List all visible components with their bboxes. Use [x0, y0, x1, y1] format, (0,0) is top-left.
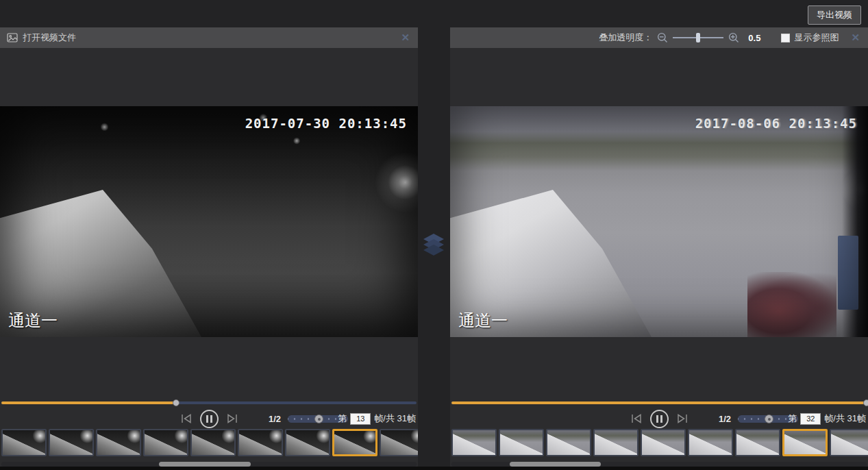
thumbnail[interactable]: [451, 429, 497, 456]
overlay-video-frame[interactable]: 2017-08-06 20:13:45 通道一: [450, 106, 868, 337]
magnifier-minus-icon[interactable]: [657, 32, 668, 43]
left-thumbnail-strip: [1, 429, 418, 459]
playback-progress-bar[interactable]: [451, 401, 867, 404]
frame-number-input[interactable]: [800, 413, 821, 425]
thumbnail[interactable]: [285, 429, 330, 456]
frame-counter: 第 帧/共 31帧: [788, 408, 866, 429]
thumbnail[interactable]: [190, 429, 236, 456]
thumbnail[interactable]: [735, 429, 780, 456]
pause-icon[interactable]: [650, 410, 669, 428]
speed-value-label: 1/2: [269, 414, 281, 424]
thumbnail[interactable]: [546, 429, 591, 456]
progress-fill: [451, 401, 867, 404]
source-video-panel: 打开视频文件 ✕ 2017-07-30 20:13:45 通道一: [0, 27, 418, 467]
show-reference-label[interactable]: 显示参照图: [794, 32, 839, 44]
progress-fill: [1, 401, 176, 404]
layers-icon: [422, 234, 445, 260]
video-timestamp-overlay: 2017-08-06 20:13:45: [695, 116, 857, 131]
progress-handle[interactable]: [173, 399, 179, 406]
show-reference-checkbox[interactable]: [781, 34, 790, 42]
thumbnail[interactable]: [593, 429, 638, 456]
frame-number-input[interactable]: [350, 413, 371, 425]
export-video-button[interactable]: 导出视频: [808, 5, 861, 25]
transport-controls: [630, 408, 689, 429]
thumbnail-selected[interactable]: [782, 429, 828, 456]
right-panel-header: 叠加透明度： 0.5 显示参照图 ✕: [450, 27, 868, 48]
thumbnail[interactable]: [238, 429, 283, 456]
open-video-file-label[interactable]: 打开视频文件: [23, 32, 76, 44]
magnifier-plus-icon[interactable]: [728, 32, 739, 43]
left-playback-controls: 1/2 第 帧/共 31帧: [0, 408, 418, 429]
step-forward-icon[interactable]: [675, 413, 689, 424]
close-icon[interactable]: ✕: [850, 32, 861, 44]
overlay-video-panel: 叠加透明度： 0.5 显示参照图 ✕ 2017-08-06 20:13:45 通…: [450, 27, 868, 467]
speed-slider-handle[interactable]: [314, 415, 323, 423]
opacity-value: 0.5: [748, 33, 760, 43]
scrollbar-thumb[interactable]: [510, 462, 601, 467]
close-icon[interactable]: ✕: [399, 32, 411, 44]
channel-name-overlay: 通道一: [8, 310, 58, 332]
thumbnail[interactable]: [830, 429, 868, 456]
thumbnail[interactable]: [49, 429, 94, 456]
image-icon: [7, 32, 18, 43]
thumbnail[interactable]: [688, 429, 733, 456]
frame-prefix-label: 第: [338, 412, 347, 425]
scene-motorcycle-shape: [747, 272, 836, 337]
progress-handle[interactable]: [863, 399, 868, 406]
scene-tarp-shape: [838, 236, 858, 310]
frame-total-label: 帧/共 31帧: [824, 412, 866, 425]
thumbnail[interactable]: [143, 429, 188, 456]
right-playback-controls: 1/2 第 帧/共 31帧: [450, 408, 868, 429]
playback-progress-bar[interactable]: [1, 401, 417, 404]
speed-slider-handle[interactable]: [765, 415, 773, 423]
window-bottom-edge: [0, 467, 868, 470]
thumbnail[interactable]: [1, 429, 47, 456]
thumbnail-selected[interactable]: [332, 429, 377, 456]
scrollbar-thumb[interactable]: [159, 462, 250, 467]
thumbnail[interactable]: [380, 429, 418, 456]
thumbnail-scrollbar[interactable]: [1, 462, 417, 467]
video-timestamp-overlay: 2017-07-30 20:13:45: [245, 116, 407, 131]
channel-name-overlay: 通道一: [458, 310, 508, 332]
right-thumbnail-strip: [451, 429, 868, 459]
thumbnail[interactable]: [96, 429, 141, 456]
speed-control: 1/2: [719, 408, 798, 429]
opacity-slider[interactable]: [673, 33, 723, 42]
source-video-frame[interactable]: 2017-07-30 20:13:45 通道一: [0, 106, 418, 337]
frame-total-label: 帧/共 31帧: [374, 412, 416, 425]
step-forward-icon[interactable]: [225, 413, 239, 424]
thumbnail-scrollbar[interactable]: [451, 462, 867, 467]
pause-icon[interactable]: [200, 410, 219, 428]
transport-controls: [179, 408, 239, 429]
opacity-slider-handle[interactable]: [696, 33, 700, 42]
frame-prefix-label: 第: [788, 412, 797, 425]
speed-value-label: 1/2: [719, 414, 731, 424]
overlay-opacity-label: 叠加透明度：: [599, 32, 652, 44]
thumbnail[interactable]: [641, 429, 686, 456]
left-panel-header: 打开视频文件 ✕: [0, 27, 418, 48]
step-backward-icon[interactable]: [630, 413, 643, 424]
step-backward-icon[interactable]: [179, 413, 193, 424]
speed-control: 1/2: [269, 408, 348, 429]
frame-counter: 第 帧/共 31帧: [338, 408, 416, 429]
thumbnail[interactable]: [499, 429, 544, 456]
